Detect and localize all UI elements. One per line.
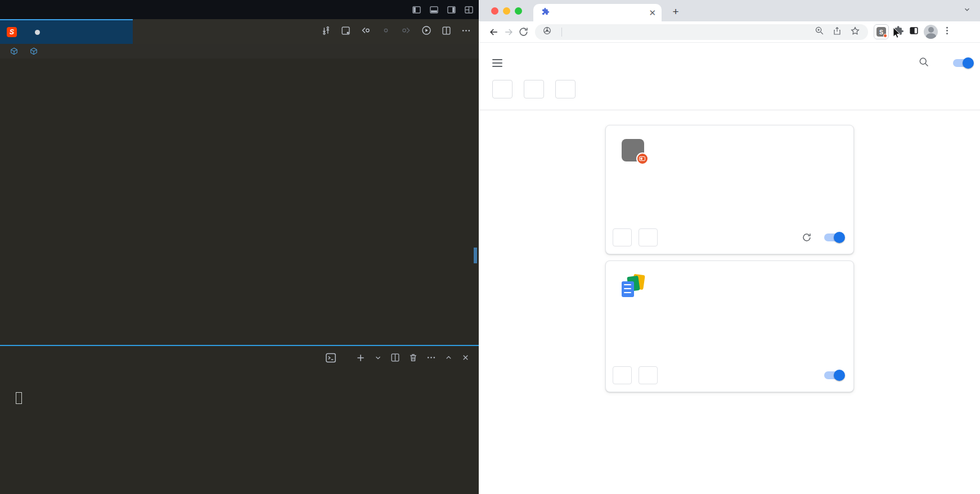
back-icon[interactable] <box>487 25 501 39</box>
terminal-output[interactable] <box>0 371 479 404</box>
profile-avatar[interactable] <box>924 25 938 39</box>
breadcrumb[interactable] <box>0 44 479 59</box>
extension-enabled-toggle[interactable] <box>824 371 843 379</box>
svelte-file-icon: S <box>7 27 17 37</box>
minimize-window-button[interactable] <box>503 7 510 15</box>
nav-back-icon[interactable] <box>361 25 371 38</box>
zoom-window-button[interactable] <box>515 7 522 15</box>
terminal-dropdown-icon[interactable] <box>374 354 382 363</box>
reload-icon[interactable] <box>516 25 531 39</box>
chrome-tabstrip: ✕ + <box>479 0 980 21</box>
forward-icon <box>501 25 516 39</box>
split-editor-icon[interactable] <box>442 26 451 38</box>
bookmark-star-icon[interactable] <box>850 26 860 38</box>
extension-icon-s <box>622 139 644 161</box>
scrollbar-marker[interactable] <box>474 248 477 263</box>
split-terminal-icon[interactable] <box>390 353 400 364</box>
nav-forward-icon <box>401 25 411 38</box>
new-terminal-icon[interactable] <box>356 353 366 365</box>
chrome-toolbar: S <box>479 21 980 43</box>
tab-search-chevron-icon[interactable] <box>963 6 971 16</box>
panel-tabbar <box>0 346 479 371</box>
extension-card-svelte-tailwind <box>605 125 854 254</box>
open-changes-icon[interactable] <box>321 26 331 38</box>
svelte-extension-toolbar-icon[interactable]: S <box>874 24 889 39</box>
browser-tab-extensions[interactable]: ✕ <box>533 4 662 21</box>
chrome-window: ✕ + S <box>479 0 980 494</box>
toggle-sidebar-icon[interactable] <box>412 6 421 14</box>
close-panel-icon[interactable] <box>461 353 470 363</box>
terminal-cursor <box>16 392 22 404</box>
extension-card-google-docs-offline <box>605 261 854 392</box>
hamburger-menu-icon[interactable] <box>492 59 502 67</box>
update-button[interactable] <box>555 80 576 98</box>
nav-point-icon <box>381 25 391 38</box>
screen: S <box>0 0 980 494</box>
kill-terminal-icon[interactable] <box>408 353 418 364</box>
vscode-tabbar: S <box>0 19 479 44</box>
load-unpacked-button[interactable] <box>492 80 513 98</box>
editor-more-actions-icon[interactable] <box>461 26 471 38</box>
close-tab-icon[interactable]: ✕ <box>649 8 656 17</box>
unsaved-dot-icon[interactable] <box>35 30 40 35</box>
side-panel-icon[interactable] <box>909 25 919 38</box>
new-tab-button[interactable]: + <box>668 5 683 19</box>
run-debug-icon[interactable] <box>421 25 431 38</box>
search-icon[interactable] <box>918 56 929 70</box>
puzzle-favicon-icon <box>541 7 550 18</box>
omnibox-divider <box>561 28 562 37</box>
details-button[interactable] <box>613 366 632 384</box>
extension-badge-icon <box>636 152 649 165</box>
code-editor[interactable] <box>0 59 479 345</box>
editor-tab-counter-svelte[interactable]: S <box>0 19 133 44</box>
open-preview-icon[interactable] <box>341 26 350 38</box>
mouse-cursor-icon <box>891 27 902 41</box>
maximize-panel-icon[interactable] <box>444 353 453 363</box>
share-icon[interactable] <box>833 26 842 38</box>
extension-enabled-toggle[interactable] <box>824 233 843 241</box>
symbol-cube-icon <box>10 47 18 55</box>
symbol-cube-icon <box>30 47 38 55</box>
remove-button[interactable] <box>639 366 658 384</box>
developer-mode-toggle[interactable] <box>953 59 972 67</box>
close-window-button[interactable] <box>491 7 498 15</box>
vscode-titlebar[interactable] <box>0 0 479 19</box>
remove-button[interactable] <box>639 228 658 246</box>
reload-extension-icon[interactable] <box>802 232 812 242</box>
zoom-icon[interactable] <box>815 26 824 38</box>
details-button[interactable] <box>613 228 632 246</box>
vscode-window: S <box>0 0 479 494</box>
pack-extension-button[interactable] <box>524 80 544 98</box>
chrome-menu-kebab-icon[interactable] <box>942 26 952 38</box>
node-terminal-icon[interactable] <box>325 352 336 365</box>
address-bar[interactable] <box>535 24 868 40</box>
site-info-icon[interactable] <box>543 26 551 37</box>
customize-layout-icon[interactable] <box>465 6 473 14</box>
toggle-panel-icon[interactable] <box>430 6 438 14</box>
extensions-page <box>479 43 980 494</box>
google-docs-offline-icon <box>622 275 644 297</box>
terminal-panel <box>0 345 479 494</box>
panel-more-icon[interactable] <box>426 353 436 364</box>
toggle-secondary-sidebar-icon[interactable] <box>447 6 456 14</box>
